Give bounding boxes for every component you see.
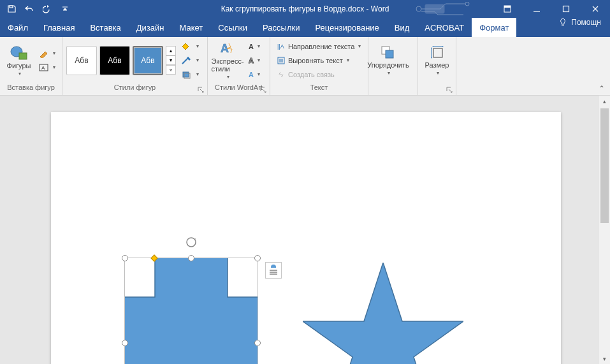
resize-handle-tl[interactable] bbox=[122, 255, 128, 261]
create-link-button: Создать связь bbox=[274, 68, 364, 81]
chevron-down-icon: ▾ bbox=[18, 71, 21, 76]
tab-design[interactable]: Дизайн bbox=[129, 18, 172, 37]
size-button[interactable]: Размер ▾ bbox=[422, 40, 452, 81]
tab-references[interactable]: Ссылки bbox=[210, 18, 255, 37]
svg-rect-0 bbox=[10, 6, 13, 8]
arrange-icon bbox=[380, 45, 396, 60]
group-label-size bbox=[418, 84, 456, 95]
title-decoration bbox=[412, 2, 502, 16]
close-button[interactable] bbox=[581, 0, 610, 18]
group-label-insert-shapes: Вставка фигур bbox=[0, 84, 62, 95]
svg-rect-11 bbox=[183, 72, 189, 77]
shape-style-2[interactable]: Абв bbox=[99, 46, 130, 75]
text-effects-button[interactable]: A▾ bbox=[246, 68, 263, 81]
svg-rect-3 bbox=[425, 4, 444, 13]
star-shape[interactable] bbox=[303, 263, 463, 364]
shape-style-1[interactable]: Абв bbox=[66, 46, 97, 75]
qat-customize[interactable] bbox=[59, 3, 71, 15]
text-fill-button[interactable]: A▾ bbox=[246, 40, 263, 53]
tab-review[interactable]: Рецензирование bbox=[307, 18, 386, 37]
shape-fill-button[interactable]: ▾ bbox=[178, 40, 201, 53]
svg-rect-8 bbox=[19, 53, 27, 59]
align-text-button[interactable]: Выровнять текст▾ bbox=[274, 54, 364, 67]
resize-handle-ml[interactable] bbox=[122, 340, 128, 346]
align-text-label: Выровнять текст bbox=[288, 57, 343, 64]
tab-file[interactable]: Файл bbox=[0, 18, 36, 37]
wordart-styles-button[interactable]: A Экспресс-стили ▾ bbox=[212, 40, 243, 81]
svg-rect-5 bbox=[504, 6, 511, 8]
group-label-arrange bbox=[368, 84, 418, 95]
selection-box[interactable] bbox=[124, 258, 258, 364]
tab-home[interactable]: Главная bbox=[36, 18, 82, 37]
dialog-launcher-icon[interactable] bbox=[446, 86, 453, 94]
resize-handle-tm[interactable] bbox=[188, 255, 194, 261]
shapes-icon bbox=[10, 44, 29, 61]
text-outline-button[interactable]: A▾ bbox=[246, 54, 263, 67]
arrange-button[interactable]: Упорядочить ▾ bbox=[372, 40, 404, 81]
size-icon bbox=[430, 45, 445, 60]
group-label-text: Текст bbox=[270, 84, 368, 95]
save-button[interactable] bbox=[5, 3, 18, 15]
tell-me-label: Помощн bbox=[571, 18, 601, 27]
text-direction-label: Направление текста bbox=[288, 43, 354, 50]
scroll-down-button[interactable]: ▾ bbox=[599, 353, 610, 364]
style-gallery-down[interactable]: ▾ bbox=[166, 55, 176, 65]
minimize-button[interactable] bbox=[522, 0, 551, 18]
tab-view[interactable]: Вид bbox=[387, 18, 418, 37]
dialog-launcher-icon[interactable] bbox=[197, 86, 205, 94]
tell-me-button[interactable]: Помощн bbox=[558, 18, 601, 27]
rotate-handle[interactable] bbox=[185, 237, 197, 248]
tab-layout[interactable]: Макет bbox=[171, 18, 210, 37]
svg-rect-6 bbox=[563, 6, 569, 12]
shape-effects-button[interactable]: ▾ bbox=[178, 68, 201, 81]
ribbon-options-button[interactable] bbox=[493, 0, 522, 18]
svg-text:||A: ||A bbox=[277, 43, 284, 50]
shapes-button[interactable]: Фигуры ▾ bbox=[4, 40, 34, 81]
svg-point-1 bbox=[416, 6, 421, 11]
dialog-launcher-icon[interactable] bbox=[259, 86, 267, 94]
style-gallery-more[interactable]: ▿ bbox=[166, 65, 176, 75]
shape-outline-button[interactable]: ▾ bbox=[178, 54, 201, 67]
tab-insert[interactable]: Вставка bbox=[82, 18, 128, 37]
style-gallery-up[interactable]: ▴ bbox=[166, 46, 176, 55]
maximize-button[interactable] bbox=[551, 0, 581, 18]
vertical-scrollbar[interactable]: ▴ ▾ bbox=[599, 96, 610, 364]
resize-handle-mr[interactable] bbox=[254, 340, 261, 346]
svg-rect-17 bbox=[386, 50, 393, 58]
svg-text:A: A bbox=[41, 65, 45, 71]
scroll-up-button[interactable]: ▴ bbox=[599, 96, 610, 106]
text-direction-button[interactable]: ||AНаправление текста▾ bbox=[274, 40, 364, 53]
chevron-down-icon: ▾ bbox=[227, 74, 229, 80]
svg-point-2 bbox=[465, 2, 469, 6]
document-area[interactable] bbox=[0, 96, 610, 364]
shape-style-3[interactable]: Абв bbox=[133, 46, 163, 75]
layout-options-button[interactable] bbox=[265, 262, 282, 279]
lightbulb-icon bbox=[558, 18, 567, 27]
undo-button[interactable] bbox=[23, 3, 36, 15]
resize-handle-tr[interactable] bbox=[254, 255, 261, 261]
chevron-down-icon: ▾ bbox=[388, 70, 390, 76]
create-link-label: Создать связь bbox=[288, 71, 335, 78]
arrange-label: Упорядочить bbox=[367, 61, 409, 69]
svg-point-19 bbox=[187, 238, 196, 247]
wordart-icon: A bbox=[219, 41, 236, 56]
text-box-button[interactable]: A▾ bbox=[36, 61, 58, 74]
scroll-thumb[interactable] bbox=[600, 108, 609, 223]
collapse-ribbon-button[interactable]: ⌃ bbox=[599, 84, 605, 93]
svg-rect-18 bbox=[433, 48, 442, 57]
redo-button[interactable] bbox=[41, 3, 54, 15]
tab-format[interactable]: Формат bbox=[472, 18, 516, 37]
group-label-shape-styles: Стили фигур bbox=[62, 84, 207, 95]
size-label: Размер bbox=[425, 61, 449, 69]
chevron-down-icon: ▾ bbox=[437, 70, 439, 76]
group-label-wordart: Стили WordArt bbox=[208, 84, 270, 95]
shapes-label: Фигуры bbox=[7, 62, 31, 69]
tab-acrobat[interactable]: ACROBAT bbox=[417, 18, 472, 37]
document-title: Как сгруппировать фигуры в Ворде.docx - … bbox=[221, 4, 389, 13]
wordart-label: Экспресс-стили bbox=[211, 57, 243, 73]
edit-shape-button[interactable]: ▾ bbox=[36, 47, 58, 60]
tab-mailings[interactable]: Рассылки bbox=[255, 18, 307, 37]
